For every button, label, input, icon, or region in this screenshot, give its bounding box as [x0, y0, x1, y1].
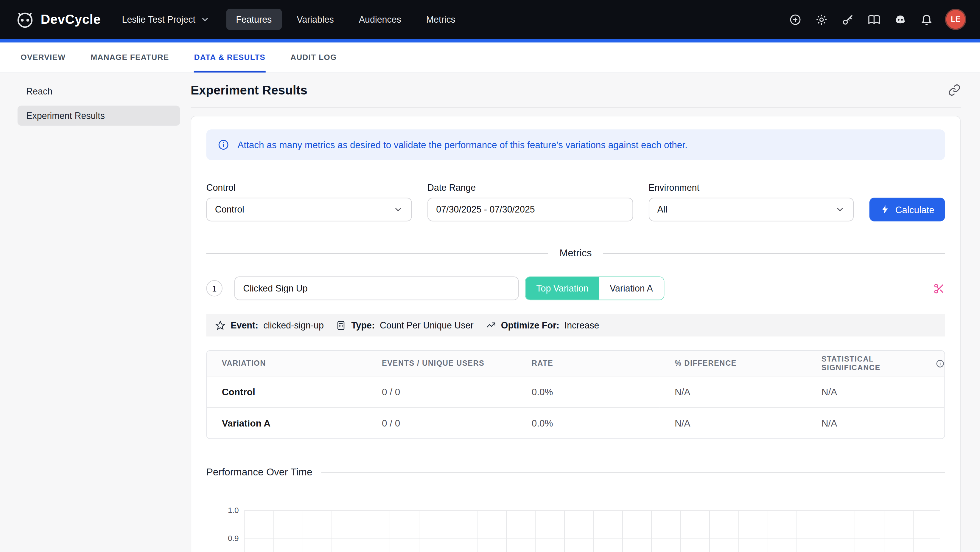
performance-section-header: Performance Over Time	[206, 466, 945, 478]
lightning-icon	[880, 204, 890, 215]
cell-variation: Control	[207, 376, 367, 407]
sidebar-item-reach[interactable]: Reach	[18, 81, 180, 101]
nav-item-metrics[interactable]: Metrics	[416, 9, 465, 30]
date-range-input[interactable]	[428, 198, 633, 222]
header-rate: RATE	[517, 351, 660, 376]
environment-select-value: All	[657, 204, 668, 215]
header-variation: VARIATION	[207, 351, 367, 376]
info-banner: Attach as many metrics as desired to val…	[206, 129, 945, 160]
gear-icon[interactable]	[815, 13, 828, 26]
tab-data-results[interactable]: DATA & RESULTS	[194, 43, 266, 73]
project-name: Leslie Test Project	[122, 14, 196, 24]
feature-tabbar: OVERVIEW MANAGE FEATURE DATA & RESULTS A…	[0, 43, 980, 73]
banner-text: Attach as many metrics as desired to val…	[237, 139, 687, 150]
accent-bar	[0, 39, 980, 43]
metric-index-badge: 1	[206, 280, 223, 297]
segment-variation-a[interactable]: Variation A	[599, 277, 663, 300]
key-icon[interactable]	[841, 13, 854, 26]
control-label: Control	[206, 183, 412, 193]
tab-overview[interactable]: OVERVIEW	[21, 43, 65, 73]
cell-events: 0 / 0	[367, 376, 517, 407]
scissors-icon[interactable]	[933, 282, 945, 294]
header-significance: STATISTICAL SIGNIFICANCE	[807, 351, 944, 376]
metric-row: 1 Top Variation Variation A	[206, 276, 945, 300]
header-events: EVENTS / UNIQUE USERS	[367, 351, 517, 376]
nav-item-audiences[interactable]: Audiences	[349, 9, 411, 30]
performance-chart: 1.0 0.9	[244, 510, 940, 552]
chevron-down-icon	[835, 204, 845, 215]
main-nav: Features Variables Audiences Metrics	[226, 9, 466, 30]
main-panel: Experiment Results Attach as many metric…	[191, 73, 961, 552]
header-difference: % DIFFERENCE	[660, 351, 807, 376]
tab-audit-log[interactable]: AUDIT LOG	[290, 43, 337, 73]
cell-significance: N/A	[807, 376, 944, 407]
table-row-control: Control 0 / 0 0.0% N/A N/A	[207, 376, 945, 407]
info-icon	[218, 139, 229, 151]
chevron-down-icon	[393, 204, 403, 215]
tab-manage-feature[interactable]: MANAGE FEATURE	[91, 43, 169, 73]
variation-segmented-control: Top Variation Variation A	[525, 276, 664, 300]
calculate-label: Calculate	[896, 204, 934, 215]
info-icon[interactable]	[935, 359, 944, 368]
optimize-value: Increase	[565, 320, 599, 330]
cell-rate: 0.0%	[517, 407, 660, 439]
results-sidebar: Reach Experiment Results	[0, 73, 191, 130]
main-header: Experiment Results	[191, 73, 961, 107]
type-label: Type:	[351, 320, 375, 330]
environment-select[interactable]: All	[649, 198, 854, 222]
nav-item-features[interactable]: Features	[226, 9, 282, 30]
date-range-label: Date Range	[428, 183, 633, 193]
date-range-filter: Date Range	[428, 183, 633, 222]
type-value: Count Per Unique User	[380, 320, 474, 330]
control-select[interactable]: Control	[206, 198, 412, 222]
segment-top-variation[interactable]: Top Variation	[526, 277, 599, 300]
discord-icon[interactable]	[894, 13, 907, 26]
page-title: Experiment Results	[191, 83, 307, 97]
table-header-row: VARIATION EVENTS / UNIQUE USERS RATE % D…	[207, 351, 945, 376]
control-select-value: Control	[215, 204, 244, 215]
optimize-group: Optimize For: Increase	[485, 320, 599, 330]
environment-filter: Environment All	[649, 183, 854, 222]
nav-item-variables[interactable]: Variables	[287, 9, 344, 30]
sidebar-item-experiment-results[interactable]: Experiment Results	[18, 106, 180, 126]
event-group: Event: clicked-sign-up	[215, 320, 324, 330]
chart-grid: 1.0 0.9	[244, 510, 940, 552]
chevron-down-icon	[200, 14, 210, 24]
cell-variation: Variation A	[207, 407, 367, 439]
metric-name-input[interactable]	[234, 276, 519, 300]
cell-difference: N/A	[660, 376, 807, 407]
brand-name: DevCycle	[40, 12, 101, 27]
metrics-divider: Metrics	[206, 248, 945, 259]
cell-significance: N/A	[807, 407, 944, 439]
devcycle-robot-icon	[15, 9, 35, 29]
optimize-label: Optimize For:	[501, 320, 559, 330]
app-viewport: DevCycle Leslie Test Project Features Va…	[0, 0, 980, 552]
calculate-button[interactable]: Calculate	[870, 198, 945, 222]
control-filter: Control Control	[206, 183, 412, 222]
results-table: VARIATION EVENTS / UNIQUE USERS RATE % D…	[206, 350, 945, 439]
ytick-0_9: 0.9	[220, 534, 239, 543]
devcycle-logo[interactable]: DevCycle	[15, 9, 101, 29]
event-label: Event:	[231, 320, 258, 330]
navbar-actions: LE	[789, 10, 965, 29]
cell-events: 0 / 0	[367, 407, 517, 439]
metrics-divider-label: Metrics	[559, 248, 592, 259]
bell-icon[interactable]	[920, 13, 933, 26]
performance-title: Performance Over Time	[206, 466, 312, 478]
trending-up-icon	[485, 320, 496, 330]
cell-rate: 0.0%	[517, 376, 660, 407]
book-icon[interactable]	[867, 13, 880, 26]
project-selector[interactable]: Leslie Test Project	[122, 14, 210, 24]
plus-circle-icon[interactable]	[789, 13, 802, 26]
divider-line-right	[603, 253, 945, 254]
filters-row: Control Control Date Range Environment	[206, 183, 945, 222]
performance-divider-line	[321, 472, 945, 472]
environment-label: Environment	[649, 183, 854, 193]
content-area: Reach Experiment Results Experiment Resu…	[0, 73, 980, 552]
header-significance-label: STATISTICAL SIGNIFICANCE	[821, 355, 931, 372]
type-group: Type: Count Per Unique User	[336, 320, 474, 330]
link-icon[interactable]	[948, 84, 961, 96]
avatar[interactable]: LE	[947, 10, 965, 29]
table-row-variation-a: Variation A 0 / 0 0.0% N/A N/A	[207, 407, 945, 439]
divider-line-left	[206, 253, 548, 254]
